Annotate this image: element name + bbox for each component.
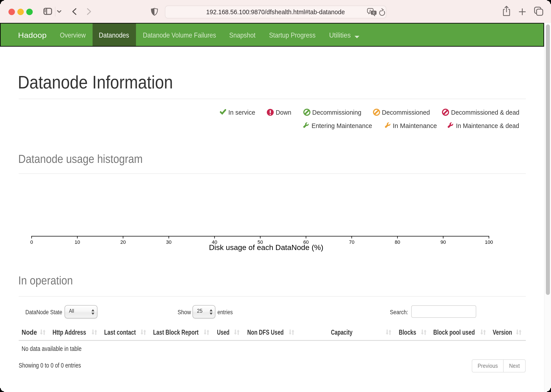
svg-text:20: 20: [120, 239, 126, 245]
svg-text:70: 70: [349, 239, 354, 245]
svg-text:Disk usage of each DataNode (%: Disk usage of each DataNode (%): [209, 243, 323, 252]
svg-text:10: 10: [74, 239, 80, 245]
svg-text:100: 100: [485, 239, 493, 245]
svg-text:90: 90: [440, 239, 446, 245]
svg-text:文: 文: [372, 11, 375, 15]
svg-text:80: 80: [395, 239, 400, 245]
svg-text:30: 30: [166, 239, 171, 245]
svg-text:0: 0: [30, 239, 33, 245]
